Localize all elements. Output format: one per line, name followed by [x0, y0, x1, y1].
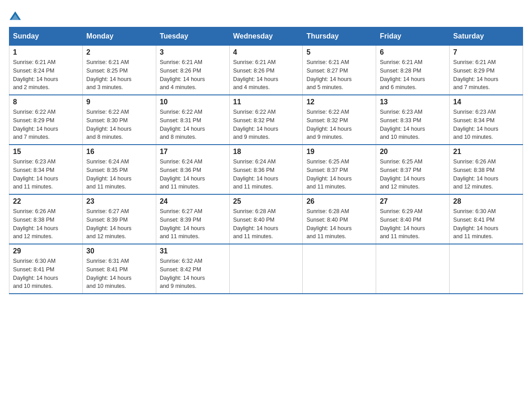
day-info: Sunrise: 6:23 AMSunset: 8:34 PMDaylight:… [453, 108, 519, 141]
day-number: 31 [160, 247, 226, 255]
day-info: Sunrise: 6:25 AMSunset: 8:37 PMDaylight:… [306, 158, 372, 191]
calendar-cell: 3Sunrise: 6:21 AMSunset: 8:26 PMDaylight… [156, 45, 229, 95]
day-number: 23 [86, 197, 152, 206]
day-number: 6 [380, 48, 446, 56]
weekday-header-row: SundayMondayTuesdayWednesdayThursdayFrid… [9, 27, 523, 45]
calendar-cell: 26Sunrise: 6:28 AMSunset: 8:40 PMDayligh… [303, 194, 376, 244]
day-number: 19 [306, 148, 372, 156]
day-info: Sunrise: 6:26 AMSunset: 8:38 PMDaylight:… [453, 158, 519, 191]
calendar-cell: 30Sunrise: 6:31 AMSunset: 8:41 PMDayligh… [82, 244, 156, 294]
page-header [9, 9, 523, 22]
calendar-cell: 8Sunrise: 6:22 AMSunset: 8:29 PMDaylight… [9, 95, 83, 145]
day-number: 17 [160, 148, 226, 156]
calendar-table: SundayMondayTuesdayWednesdayThursdayFrid… [9, 27, 523, 294]
day-info: Sunrise: 6:29 AMSunset: 8:40 PMDaylight:… [380, 207, 446, 241]
calendar-cell: 1Sunrise: 6:21 AMSunset: 8:24 PMDaylight… [9, 45, 83, 95]
calendar-cell: 29Sunrise: 6:30 AMSunset: 8:41 PMDayligh… [9, 244, 83, 294]
calendar-cell: 10Sunrise: 6:22 AMSunset: 8:31 PMDayligh… [156, 95, 229, 145]
calendar-cell: 7Sunrise: 6:21 AMSunset: 8:29 PMDaylight… [450, 45, 523, 95]
day-number: 9 [86, 98, 152, 106]
day-info: Sunrise: 6:27 AMSunset: 8:39 PMDaylight:… [160, 207, 226, 241]
day-info: Sunrise: 6:28 AMSunset: 8:40 PMDaylight:… [306, 207, 372, 241]
day-info: Sunrise: 6:22 AMSunset: 8:32 PMDaylight:… [306, 108, 372, 141]
calendar-cell [450, 244, 523, 294]
day-info: Sunrise: 6:21 AMSunset: 8:27 PMDaylight:… [306, 58, 372, 92]
day-info: Sunrise: 6:21 AMSunset: 8:26 PMDaylight:… [160, 58, 226, 92]
calendar-cell: 6Sunrise: 6:21 AMSunset: 8:28 PMDaylight… [376, 45, 450, 95]
calendar-cell: 31Sunrise: 6:32 AMSunset: 8:42 PMDayligh… [156, 244, 229, 294]
day-number: 16 [86, 148, 152, 156]
calendar-cell: 2Sunrise: 6:21 AMSunset: 8:25 PMDaylight… [82, 45, 156, 95]
calendar-cell: 27Sunrise: 6:29 AMSunset: 8:40 PMDayligh… [376, 194, 450, 244]
logo [9, 9, 23, 22]
week-row-4: 22Sunrise: 6:26 AMSunset: 8:38 PMDayligh… [9, 194, 523, 244]
calendar-cell: 12Sunrise: 6:22 AMSunset: 8:32 PMDayligh… [303, 95, 376, 145]
week-row-3: 15Sunrise: 6:23 AMSunset: 8:34 PMDayligh… [9, 145, 523, 194]
day-info: Sunrise: 6:28 AMSunset: 8:40 PMDaylight:… [233, 207, 299, 241]
day-info: Sunrise: 6:26 AMSunset: 8:38 PMDaylight:… [13, 207, 79, 241]
calendar-cell: 13Sunrise: 6:23 AMSunset: 8:33 PMDayligh… [376, 95, 450, 145]
calendar-cell: 14Sunrise: 6:23 AMSunset: 8:34 PMDayligh… [450, 95, 523, 145]
header-monday: Monday [82, 27, 156, 45]
day-info: Sunrise: 6:22 AMSunset: 8:29 PMDaylight:… [13, 108, 79, 141]
calendar-cell [303, 244, 376, 294]
day-info: Sunrise: 6:23 AMSunset: 8:34 PMDaylight:… [13, 158, 79, 191]
day-number: 21 [453, 148, 519, 156]
day-number: 20 [380, 148, 446, 156]
calendar-cell: 24Sunrise: 6:27 AMSunset: 8:39 PMDayligh… [156, 194, 229, 244]
day-number: 2 [86, 48, 152, 56]
day-number: 25 [233, 197, 299, 206]
day-info: Sunrise: 6:23 AMSunset: 8:33 PMDaylight:… [380, 108, 446, 141]
calendar-cell: 15Sunrise: 6:23 AMSunset: 8:34 PMDayligh… [9, 145, 83, 194]
day-number: 3 [160, 48, 226, 56]
calendar-cell: 28Sunrise: 6:30 AMSunset: 8:41 PMDayligh… [450, 194, 523, 244]
calendar-cell: 21Sunrise: 6:26 AMSunset: 8:38 PMDayligh… [450, 145, 523, 194]
day-number: 26 [306, 197, 372, 206]
day-number: 30 [86, 247, 152, 255]
calendar-cell: 5Sunrise: 6:21 AMSunset: 8:27 PMDaylight… [303, 45, 376, 95]
day-number: 13 [380, 98, 446, 106]
day-info: Sunrise: 6:24 AMSunset: 8:36 PMDaylight:… [160, 158, 226, 191]
day-number: 27 [380, 197, 446, 206]
day-number: 11 [233, 98, 299, 106]
day-number: 24 [160, 197, 226, 206]
day-number: 7 [453, 48, 519, 56]
calendar-cell: 16Sunrise: 6:24 AMSunset: 8:35 PMDayligh… [82, 145, 156, 194]
day-number: 10 [160, 98, 226, 106]
calendar-cell: 22Sunrise: 6:26 AMSunset: 8:38 PMDayligh… [9, 194, 83, 244]
day-number: 8 [13, 98, 79, 106]
week-row-5: 29Sunrise: 6:30 AMSunset: 8:41 PMDayligh… [9, 244, 523, 294]
day-info: Sunrise: 6:21 AMSunset: 8:25 PMDaylight:… [86, 58, 152, 92]
header-wednesday: Wednesday [229, 27, 303, 45]
day-info: Sunrise: 6:22 AMSunset: 8:30 PMDaylight:… [86, 108, 152, 141]
calendar-cell: 17Sunrise: 6:24 AMSunset: 8:36 PMDayligh… [156, 145, 229, 194]
calendar-cell [229, 244, 303, 294]
calendar-cell [376, 244, 450, 294]
day-number: 5 [306, 48, 372, 56]
day-number: 29 [13, 247, 79, 255]
week-row-2: 8Sunrise: 6:22 AMSunset: 8:29 PMDaylight… [9, 95, 523, 145]
day-number: 15 [13, 148, 79, 156]
calendar-cell: 20Sunrise: 6:25 AMSunset: 8:37 PMDayligh… [376, 145, 450, 194]
day-info: Sunrise: 6:31 AMSunset: 8:41 PMDaylight:… [86, 257, 152, 291]
day-number: 1 [13, 48, 79, 56]
day-info: Sunrise: 6:21 AMSunset: 8:29 PMDaylight:… [453, 58, 519, 92]
header-friday: Friday [376, 27, 450, 45]
day-number: 22 [13, 197, 79, 206]
day-number: 28 [453, 197, 519, 206]
calendar-cell: 4Sunrise: 6:21 AMSunset: 8:26 PMDaylight… [229, 45, 303, 95]
day-info: Sunrise: 6:30 AMSunset: 8:41 PMDaylight:… [13, 257, 79, 291]
header-sunday: Sunday [9, 27, 83, 45]
header-thursday: Thursday [303, 27, 376, 45]
calendar-cell: 23Sunrise: 6:27 AMSunset: 8:39 PMDayligh… [82, 194, 156, 244]
week-row-1: 1Sunrise: 6:21 AMSunset: 8:24 PMDaylight… [9, 45, 523, 95]
day-info: Sunrise: 6:24 AMSunset: 8:35 PMDaylight:… [86, 158, 152, 191]
day-info: Sunrise: 6:27 AMSunset: 8:39 PMDaylight:… [86, 207, 152, 241]
day-info: Sunrise: 6:30 AMSunset: 8:41 PMDaylight:… [453, 207, 519, 241]
logo-icon [9, 10, 21, 22]
header-tuesday: Tuesday [156, 27, 229, 45]
calendar-cell: 18Sunrise: 6:24 AMSunset: 8:36 PMDayligh… [229, 145, 303, 194]
calendar-cell: 9Sunrise: 6:22 AMSunset: 8:30 PMDaylight… [82, 95, 156, 145]
calendar-cell: 19Sunrise: 6:25 AMSunset: 8:37 PMDayligh… [303, 145, 376, 194]
day-info: Sunrise: 6:32 AMSunset: 8:42 PMDaylight:… [160, 257, 226, 291]
